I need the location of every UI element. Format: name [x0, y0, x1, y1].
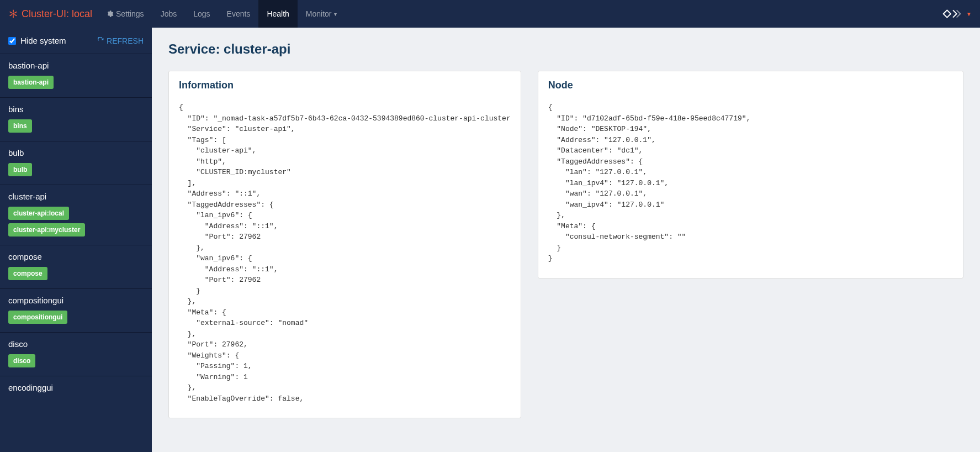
information-header: Information [179, 80, 511, 91]
service-group-disco[interactable]: discodisco [0, 332, 152, 376]
information-panel: Information { "ID": "_nomad-task-a57df5b… [168, 71, 521, 418]
nav-label: Monitor [306, 9, 332, 18]
gear-icon [106, 10, 114, 18]
svg-point-0 [12, 13, 14, 14]
hide-system-label: Hide system [20, 36, 66, 45]
service-group-compositiongui[interactable]: compositionguicompositiongui [0, 288, 152, 332]
nav-logs[interactable]: Logs [185, 0, 218, 28]
tags-row: disco [8, 354, 144, 367]
nav-jobs[interactable]: Jobs [152, 0, 186, 28]
tag[interactable]: cluster-api:mycluster [8, 223, 85, 236]
tags-row: cluster-api:localcluster-api:mycluster [8, 207, 144, 236]
nav-health[interactable]: Health [258, 0, 297, 28]
tags-row: compose [8, 267, 144, 280]
caret-down-icon: ▼ [966, 11, 972, 17]
refresh-icon [97, 37, 104, 44]
service-title: bins [8, 104, 144, 114]
refresh-label: REFRESH [107, 36, 144, 45]
nav-items: Settings JobsLogsEventsHealthMonitor ▾ [98, 0, 345, 28]
nav-label: Logs [193, 9, 210, 18]
svg-line-4 [15, 15, 17, 16]
asterisk-icon [8, 9, 18, 19]
page-title: Service: cluster-api [168, 41, 963, 57]
information-json: { "ID": "_nomad-task-a57df5b7-6b43-62ca-… [179, 102, 511, 404]
vendor-logo[interactable]: ▼ [942, 6, 972, 22]
service-title: compose [8, 252, 144, 261]
nav-events[interactable]: Events [219, 0, 259, 28]
brand[interactable]: Cluster-UI: local [8, 8, 92, 20]
node-panel: Node { "ID": "d7102adf-65bd-f59e-418e-95… [538, 71, 963, 278]
service-group-bins[interactable]: binsbins [0, 97, 152, 141]
svg-line-5 [10, 15, 12, 16]
service-title: compositiongui [8, 296, 144, 305]
diamond-icon [942, 6, 964, 22]
service-title: bastion-api [8, 61, 144, 70]
service-title: cluster-api [8, 192, 144, 201]
service-title: disco [8, 339, 144, 349]
service-title: bulb [8, 148, 144, 157]
tag[interactable]: disco [8, 354, 35, 367]
tags-row: bulb [8, 163, 144, 176]
nav-settings-label: Settings [116, 9, 144, 18]
service-group-cluster-api[interactable]: cluster-apicluster-api:localcluster-api:… [0, 185, 152, 245]
tag[interactable]: bastion-api [8, 76, 54, 89]
tags-row: compositiongui [8, 311, 144, 324]
tag[interactable]: cluster-api:local [8, 207, 69, 220]
nav-label: Jobs [161, 9, 177, 18]
hide-system-checkbox[interactable] [8, 37, 16, 45]
node-header: Node [548, 80, 953, 91]
sidebar: Hide system REFRESH bastion-apibastion-a… [0, 28, 152, 452]
svg-line-6 [15, 12, 17, 13]
refresh-button[interactable]: REFRESH [97, 36, 144, 45]
nav-label: Events [227, 9, 251, 18]
nav-settings[interactable]: Settings [98, 0, 152, 28]
tag[interactable]: compositiongui [8, 311, 67, 324]
service-group-bulb[interactable]: bulbbulb [0, 141, 152, 185]
nav-label: Health [267, 9, 289, 18]
node-json: { "ID": "d7102adf-65bd-f59e-418e-95eed8c… [548, 102, 953, 264]
hide-system-toggle[interactable]: Hide system [8, 36, 66, 45]
service-group-compose[interactable]: composecompose [0, 245, 152, 288]
tag[interactable]: compose [8, 267, 47, 280]
tags-row: bins [8, 119, 144, 133]
top-navbar: Cluster-UI: local Settings JobsLogsEvent… [0, 0, 980, 28]
caret-down-icon: ▾ [334, 11, 337, 17]
service-group-bastion-api[interactable]: bastion-apibastion-api [0, 54, 152, 97]
brand-text: Cluster-UI: local [22, 8, 92, 20]
nav-monitor[interactable]: Monitor ▾ [298, 0, 345, 28]
content-area: Service: cluster-api Information { "ID":… [152, 28, 980, 452]
tag[interactable]: bins [8, 119, 32, 133]
service-group-encodinggui[interactable]: encodinggui [0, 376, 152, 406]
tags-row: bastion-api [8, 76, 144, 89]
service-title: encodinggui [8, 383, 144, 392]
svg-line-3 [10, 12, 12, 13]
tag[interactable]: bulb [8, 163, 32, 176]
